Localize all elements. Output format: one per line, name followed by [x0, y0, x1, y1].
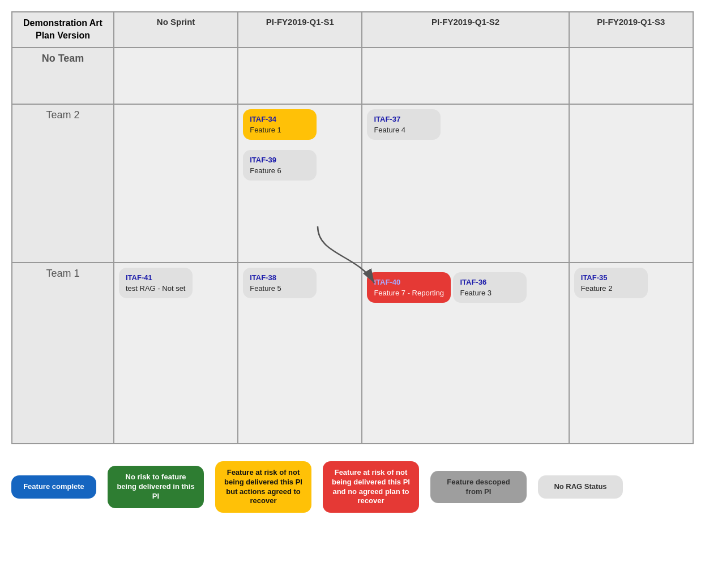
- team1-sprint2: ITAF-40 Feature 7 - Reporting ITAF-36 Fe…: [362, 263, 569, 444]
- feature-id-itaf36: ITAF-36: [460, 278, 520, 286]
- no-team-row: No Team: [12, 48, 693, 104]
- title-line1: Demonstration Art: [17, 17, 109, 29]
- feature-id-itaf35: ITAF-35: [581, 273, 641, 282]
- feature-name-itaf40: Feature 7 - Reporting: [374, 289, 444, 297]
- feature-card-itaf37[interactable]: ITAF-37 Feature 4: [367, 109, 441, 140]
- feature-name-itaf41: test RAG - Not set: [126, 284, 186, 293]
- team1-sprint0: ITAF-41 test RAG - Not set: [114, 263, 238, 444]
- feature-card-itaf34[interactable]: ITAF-34 Feature 1: [243, 109, 317, 140]
- feature-id-itaf34: ITAF-34: [250, 115, 310, 123]
- legend-card-complete: Feature complete: [11, 475, 96, 499]
- team2-row: Team 2 ITAF-34 Feature 1 ITAF-39 Feature…: [12, 104, 693, 263]
- team1-label: Team 1: [12, 263, 114, 444]
- legend-item-no-rag: No RAG Status: [538, 475, 623, 499]
- team1-sprint3: ITAF-35 Feature 2: [569, 263, 693, 444]
- team1-text: Team 1: [46, 268, 79, 279]
- legend-card-at-risk-recover: Feature at risk of not being delivered t…: [215, 461, 311, 513]
- legend-item-complete: Feature complete: [11, 475, 96, 499]
- feature-id-itaf37: ITAF-37: [374, 115, 434, 123]
- no-team-sprint3: [569, 48, 693, 104]
- legend-card-descoped: Feature descoped from PI: [430, 471, 527, 504]
- feature-card-itaf39[interactable]: ITAF-39 Feature 6: [243, 150, 317, 181]
- feature-card-itaf36[interactable]: ITAF-36 Feature 3: [453, 272, 527, 303]
- no-team-text: No Team: [42, 53, 84, 64]
- title-line2: Plan Version: [17, 29, 109, 42]
- team2-sprint0: [114, 104, 238, 263]
- feature-id-itaf41: ITAF-41: [126, 273, 186, 282]
- feature-card-itaf38[interactable]: ITAF-38 Feature 5: [243, 268, 317, 298]
- feature-name-itaf36: Feature 3: [460, 289, 520, 297]
- feature-name-itaf39: Feature 6: [250, 166, 310, 175]
- no-team-sprint1: [238, 48, 362, 104]
- sprint-header-1: PI-FY2019-Q1-S1: [238, 12, 362, 48]
- team1-row: Team 1 ITAF-41 test RAG - Not set ITAF-3…: [12, 263, 693, 444]
- sprint-header-3: PI-FY2019-Q1-S3: [569, 12, 693, 48]
- legend-item-at-risk-recover: Feature at risk of not being delivered t…: [215, 461, 311, 513]
- feature-name-itaf35: Feature 2: [581, 284, 641, 293]
- feature-card-itaf41[interactable]: ITAF-41 test RAG - Not set: [119, 268, 193, 298]
- team1-sprint1: ITAF-38 Feature 5: [238, 263, 362, 444]
- team2-sprint1: ITAF-34 Feature 1 ITAF-39 Feature 6: [238, 104, 362, 263]
- legend-item-at-risk-no-plan: Feature at risk of not being delivered t…: [323, 461, 419, 513]
- legend-item-descoped: Feature descoped from PI: [430, 471, 527, 504]
- no-team-sprint2: [362, 48, 569, 104]
- team2-sprint2: ITAF-37 Feature 4: [362, 104, 569, 263]
- feature-id-itaf40: ITAF-40: [374, 278, 444, 286]
- legend-item-no-risk: No risk to feature being delivered in th…: [108, 466, 204, 508]
- plan-grid: Demonstration Art Plan Version No Sprint…: [11, 11, 694, 444]
- feature-name-itaf37: Feature 4: [374, 126, 434, 134]
- legend-card-no-rag: No RAG Status: [538, 475, 623, 499]
- team2-text: Team 2: [46, 109, 79, 121]
- no-team-sprint0: [114, 48, 238, 104]
- feature-id-itaf38: ITAF-38: [250, 273, 310, 282]
- team2-label: Team 2: [12, 104, 114, 263]
- feature-id-itaf39: ITAF-39: [250, 156, 310, 164]
- sprint-header-2: PI-FY2019-Q1-S2: [362, 12, 569, 48]
- feature-card-itaf35[interactable]: ITAF-35 Feature 2: [574, 268, 648, 298]
- legend: Feature complete No risk to feature bein…: [11, 461, 694, 513]
- team2-sprint3: [569, 104, 693, 263]
- feature-name-itaf34: Feature 1: [250, 126, 310, 134]
- legend-card-at-risk-no-plan: Feature at risk of not being delivered t…: [323, 461, 419, 513]
- sprint-header-0: No Sprint: [114, 12, 238, 48]
- no-team-label: No Team: [12, 48, 114, 104]
- main-container: Demonstration Art Plan Version No Sprint…: [11, 11, 694, 513]
- legend-card-no-risk: No risk to feature being delivered in th…: [108, 466, 204, 508]
- main-header: Demonstration Art Plan Version: [12, 12, 114, 48]
- feature-name-itaf38: Feature 5: [250, 284, 310, 293]
- feature-card-itaf40[interactable]: ITAF-40 Feature 7 - Reporting: [367, 272, 451, 303]
